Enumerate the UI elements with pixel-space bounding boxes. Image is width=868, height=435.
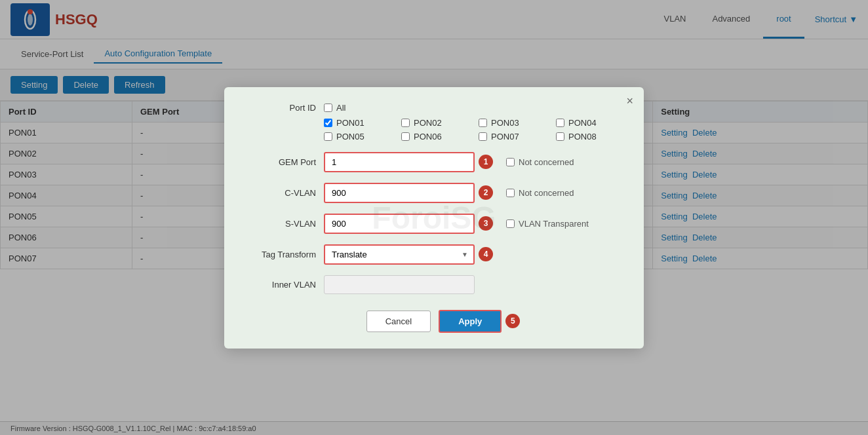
cvlan-not-concerned-text: Not concerned [519, 188, 574, 198]
port-checkbox-pon05[interactable] [324, 132, 332, 141]
tag-transform-select[interactable]: Translate Add Remove None [324, 244, 475, 265]
step-badge-2: 2 [479, 185, 493, 200]
cvlan-row: C-VLAN 2 Not concerned [245, 183, 623, 203]
gem-port-not-concerned-label[interactable]: Not concerned [506, 157, 574, 167]
gem-port-label: GEM Port [245, 157, 324, 167]
modal-close-button[interactable]: × [626, 95, 633, 107]
svlan-transparent-label[interactable]: VLAN Transparent [506, 219, 589, 229]
port-checkbox-row: PON03 [479, 118, 545, 128]
port-label-pon06: PON06 [414, 132, 442, 142]
port-checkbox-pon01[interactable] [324, 119, 332, 127]
tag-transform-row: Tag Transform Translate Add Remove None … [245, 244, 623, 265]
gem-port-not-concerned-text: Not concerned [519, 157, 574, 167]
port-checkbox-row: PON01 [324, 118, 391, 128]
inner-vlan-row: Inner VLAN [245, 275, 623, 294]
svlan-transparent-text: VLAN Transparent [519, 219, 589, 229]
apply-button[interactable]: Apply [439, 310, 502, 333]
cancel-button[interactable]: Cancel [366, 311, 431, 332]
port-checkbox-row: PON05 [324, 132, 391, 142]
tag-transform-select-wrapper: Translate Add Remove None ▼ [324, 244, 475, 265]
cvlan-not-concerned-label[interactable]: Not concerned [506, 188, 574, 198]
cvlan-input[interactable] [324, 183, 475, 203]
inner-vlan-label: Inner VLAN [245, 280, 324, 290]
all-checkbox[interactable] [324, 104, 332, 112]
gem-port-input[interactable] [324, 152, 475, 172]
port-checkbox-row: PON02 [401, 118, 468, 128]
port-checkbox-row: PON08 [556, 132, 623, 142]
port-label-pon07: PON07 [491, 132, 519, 142]
port-label-pon08: PON08 [568, 132, 597, 142]
all-row: All [324, 103, 623, 113]
port-checkbox-pon02[interactable] [401, 119, 410, 127]
port-id-section: Port ID All PON01PON02PON03PON04PON05PON… [245, 103, 623, 142]
port-label-pon05: PON05 [336, 132, 365, 142]
gem-port-row: GEM Port 1 Not concerned [245, 152, 623, 172]
port-checkbox-pon04[interactable] [556, 119, 564, 127]
gem-port-not-concerned-checkbox[interactable] [506, 158, 515, 166]
port-grid: PON01PON02PON03PON04PON05PON06PON07PON08 [324, 118, 623, 142]
port-label-pon02: PON02 [414, 118, 442, 128]
step-badge-3: 3 [479, 216, 493, 231]
inner-vlan-input[interactable] [324, 275, 475, 294]
port-checkbox-pon06[interactable] [401, 132, 410, 141]
modal-footer: Cancel Apply 5 [245, 310, 623, 333]
port-checkbox-row: PON07 [479, 132, 545, 142]
port-checkbox-pon07[interactable] [479, 132, 487, 141]
svlan-input[interactable] [324, 214, 475, 234]
tag-transform-label: Tag Transform [245, 250, 324, 259]
port-label-pon04: PON04 [568, 118, 597, 128]
modal-dialog: × Port ID All PON01PON02PON03PON04PON05P… [224, 87, 644, 349]
port-checkbox-pon08[interactable] [556, 132, 564, 141]
port-label-pon01: PON01 [336, 118, 365, 128]
cvlan-label: C-VLAN [245, 188, 324, 198]
port-checkbox-row: PON06 [401, 132, 468, 142]
port-id-label: Port ID [245, 103, 324, 113]
step-badge-4: 4 [479, 247, 493, 261]
cvlan-not-concerned-checkbox[interactable] [506, 189, 515, 197]
svlan-label: S-VLAN [245, 219, 324, 229]
step-badge-5: 5 [505, 314, 520, 328]
svlan-transparent-checkbox[interactable] [506, 219, 515, 228]
all-label: All [336, 103, 345, 113]
svlan-row: S-VLAN 3 VLAN Transparent [245, 214, 623, 234]
modal-overlay: × Port ID All PON01PON02PON03PON04PON05P… [0, 0, 868, 435]
port-label-pon03: PON03 [491, 118, 519, 128]
port-checkbox-pon03[interactable] [479, 119, 487, 127]
step-badge-1: 1 [479, 155, 493, 169]
port-checkbox-row: PON04 [556, 118, 623, 128]
